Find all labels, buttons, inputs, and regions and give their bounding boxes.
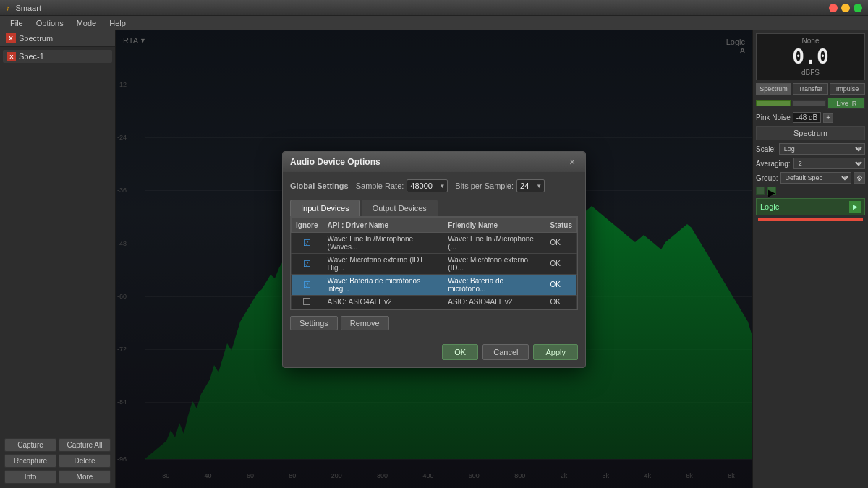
gear-button[interactable]: ⚙ [854, 172, 865, 184]
row3-checkbox[interactable]: ☑ [292, 274, 323, 295]
sidebar-item-spec1[interactable]: X Spec-1 [3, 50, 112, 63]
row1-friendly: Wave: Line In /Microphone (... [443, 232, 545, 253]
cancel-button[interactable]: Cancel [482, 344, 529, 360]
modal-overlay: Audio Device Options × Global Settings S… [116, 30, 752, 488]
col-ignore: Ignore [292, 218, 323, 232]
scale-select-wrap: Log Linear [779, 143, 865, 155]
menu-mode[interactable]: Mode [71, 17, 103, 29]
modal-action-buttons: Settings Remove [290, 316, 578, 330]
pink-noise-plus-button[interactable]: + [823, 113, 833, 123]
level-unit: dBFS [760, 69, 861, 77]
modal-title-bar: Audio Device Options × [283, 152, 585, 172]
app-logo: ♪ [6, 4, 10, 12]
menu-bar: File Options Mode Help [0, 16, 868, 30]
bits-per-sample-select[interactable]: 16 24 32 [516, 179, 545, 192]
tab-transfer[interactable]: Transfer [793, 83, 828, 95]
settings-button[interactable]: Settings [290, 316, 338, 330]
menu-help[interactable]: Help [103, 17, 132, 29]
live-ir-button[interactable]: Live IR [827, 98, 865, 109]
row4-checkbox[interactable] [292, 295, 323, 309]
minimize-window-button[interactable] [841, 4, 850, 12]
col-status: Status [545, 218, 577, 232]
group-select[interactable]: Default Spec [780, 172, 851, 184]
modal-close-button[interactable]: × [566, 156, 578, 168]
sample-rate-select-wrap: 44100 48000 88200 96000 [407, 179, 448, 192]
sidebar-close-button[interactable]: X [6, 33, 16, 43]
modal-confirm-row: OK Cancel Apply [290, 338, 578, 360]
row3-status: OK [545, 274, 577, 295]
row4-driver: ASIO: ASIO4ALL v2 [323, 295, 443, 309]
menu-file[interactable]: File [4, 17, 29, 29]
mini-tabs-row: Live IR [756, 98, 865, 109]
menu-options[interactable]: Options [30, 17, 69, 29]
more-button[interactable]: More [59, 470, 111, 484]
table-header-row: Ignore API : Driver Name Friendly Name S… [292, 218, 577, 232]
tab-output-devices[interactable]: Output Devices [362, 200, 438, 216]
table-row[interactable]: ☑ Wave: Micrófono externo (IDT Hig... Wa… [292, 253, 577, 274]
device-none-label: None [760, 37, 861, 45]
row2-status: OK [545, 253, 577, 274]
bits-per-sample-select-wrap: 16 24 32 [516, 179, 545, 192]
ok-button[interactable]: OK [442, 344, 478, 360]
row1-status: OK [545, 232, 577, 253]
recapture-button[interactable]: Recapture [4, 454, 56, 468]
row1-checkbox[interactable]: ☑ [292, 232, 323, 253]
right-sidebar-tabs: Spectrum Transfer Impulse [756, 83, 865, 95]
apply-button[interactable]: Apply [533, 344, 578, 360]
tab-spectrum[interactable]: Spectrum [756, 83, 791, 95]
close-window-button[interactable] [829, 4, 838, 12]
modal-title: Audio Device Options [290, 157, 380, 167]
table-row[interactable]: ASIO: ASIO4ALL v2 ASIO: ASIO4ALL v2 OK [292, 295, 577, 309]
logic-row: Logic ▶ [756, 198, 865, 215]
group-label: Group: [756, 174, 778, 182]
play-buttons-row: ▶ [756, 187, 865, 195]
row1-driver: Wave: Line In /Microphone (Waves... [323, 232, 443, 253]
main-layout: X Spectrum X Spec-1 Capture Capture All … [0, 30, 868, 488]
modal-body: Global Settings Sample Rate: 44100 48000… [283, 172, 585, 367]
app-title: Smaart [16, 4, 41, 12]
scale-label: Scale: [756, 145, 776, 153]
play-mini-button1[interactable] [756, 187, 765, 195]
delete-button[interactable]: Delete [59, 454, 111, 468]
global-settings-row: Global Settings Sample Rate: 44100 48000… [290, 179, 578, 192]
row4-friendly: ASIO: ASIO4ALL v2 [443, 295, 545, 309]
capture-button[interactable]: Capture [4, 438, 56, 452]
averaging-select-wrap: 1 2 4 8 [793, 158, 865, 169]
tab-impulse[interactable]: Impulse [830, 83, 865, 95]
sidebar-title: Spectrum [19, 34, 53, 43]
tab-input-devices[interactable]: Input Devices [290, 200, 360, 216]
sample-rate-select[interactable]: 44100 48000 88200 96000 [407, 179, 448, 192]
pink-noise-label: Pink Noise [756, 114, 791, 121]
bits-per-sample-label: Bits per Sample: [455, 181, 514, 190]
table-row[interactable]: ☑ Wave: Batería de micrófonos integ... W… [292, 274, 577, 295]
title-bar: ♪ Smaart [0, 0, 868, 16]
row4-status: OK [545, 295, 577, 309]
maximize-window-button[interactable] [854, 4, 862, 12]
device-table: Ignore API : Driver Name Friendly Name S… [291, 218, 577, 309]
capture-all-button[interactable]: Capture All [59, 438, 111, 452]
sample-rate-group: Sample Rate: 44100 48000 88200 96000 [356, 179, 448, 192]
modal-tabs: Input Devices Output Devices [290, 200, 578, 217]
level-bar-gray [792, 100, 827, 106]
averaging-label: Averaging: [756, 160, 791, 168]
remove-button[interactable]: Remove [341, 316, 389, 330]
center-area: RTA ▼ LogicA -12 -24 -36 -48 -60 -72 -84… [116, 30, 752, 488]
scale-select[interactable]: Log Linear [779, 143, 865, 155]
col-friendly-name: Friendly Name [443, 218, 545, 232]
col-driver-name: API : Driver Name [323, 218, 443, 232]
left-sidebar: X Spectrum X Spec-1 Capture Capture All … [0, 30, 116, 488]
right-sidebar: None 0.0 dBFS Spectrum Transfer Impulse … [752, 30, 868, 488]
row2-friendly: Wave: Micrófono externo (ID... [443, 253, 545, 274]
row2-driver: Wave: Micrófono externo (IDT Hig... [323, 253, 443, 274]
table-row[interactable]: ☑ Wave: Line In /Microphone (Waves... Wa… [292, 232, 577, 253]
row3-driver: Wave: Batería de micrófonos integ... [323, 274, 443, 295]
spectrum-section-label: Spectrum [756, 126, 865, 140]
averaging-select[interactable]: 1 2 4 8 [793, 158, 865, 169]
info-button[interactable]: Info [4, 470, 56, 484]
spec-label: Spec-1 [19, 52, 44, 61]
device-table-container[interactable]: Ignore API : Driver Name Friendly Name S… [290, 217, 578, 310]
row2-checkbox[interactable]: ☑ [292, 253, 323, 274]
logic-play-button[interactable]: ▶ [849, 201, 861, 213]
play-mini-button2[interactable]: ▶ [767, 187, 776, 195]
logic-label: Logic [760, 202, 846, 211]
